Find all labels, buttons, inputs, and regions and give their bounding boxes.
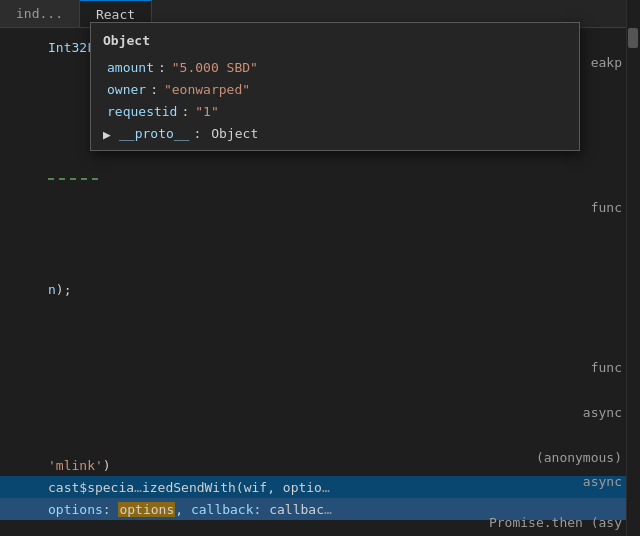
code-area: ind... React Int32LE( n); [0,0,640,536]
line-content-n: n); [48,282,640,297]
code-line-11 [0,234,640,256]
code-line-n: n); [0,278,640,300]
popup-row-requestid: requestid : "1" [91,100,579,122]
scrollbar[interactable] [626,0,640,536]
popup-colon-requestid: : [181,104,189,119]
right-hint-promise: Promise.then (asy [489,515,622,530]
code-line-10 [0,212,640,234]
right-hint-async2: async [583,474,622,489]
popup-key-requestid: requestid [107,104,177,119]
line-content-cast: cast$specia…izedSendWith(wif, optio… [48,480,640,495]
popup-key-amount: amount [107,60,154,75]
popup-colon-amount: : [158,60,166,75]
popup-val-amount: "5.000 SBD" [172,60,258,75]
right-hint-async1: async [583,405,622,420]
popup-key-proto: __proto__ [119,126,189,141]
code-line-cast: cast$specia…izedSendWith(wif, optio… [0,476,640,498]
popup-row-owner: owner : "eonwarped" [91,78,579,100]
expand-icon[interactable]: ▶ [103,127,115,139]
right-hint-anonymous: (anonymous) [536,450,622,465]
popup-val-requestid: "1" [195,104,218,119]
right-hint-func1: func [591,200,622,215]
popup-colon-proto: : [193,126,201,141]
popup-title: Object [91,29,579,56]
popup-key-owner: owner [107,82,146,97]
tab-ind[interactable]: ind... [0,0,80,27]
popup-val-owner: "eonwarped" [164,82,250,97]
right-hint-func2: func [591,360,622,375]
code-line-12 [0,256,640,278]
tab-react-label: React [96,7,135,22]
tab-ind-label: ind... [16,6,63,21]
right-hint-eakp: eakp [591,55,622,70]
popup-row-amount: amount : "5.000 SBD" [91,56,579,78]
scrollbar-thumb[interactable] [628,28,638,48]
object-popup: Object amount : "5.000 SBD" owner : "eon… [90,22,580,151]
code-line-9 [0,190,640,212]
popup-colon-owner: : [150,82,158,97]
popup-val-proto: Object [211,126,258,141]
popup-row-proto[interactable]: ▶ __proto__ : Object [91,122,579,144]
options-highlight: options [118,502,175,517]
